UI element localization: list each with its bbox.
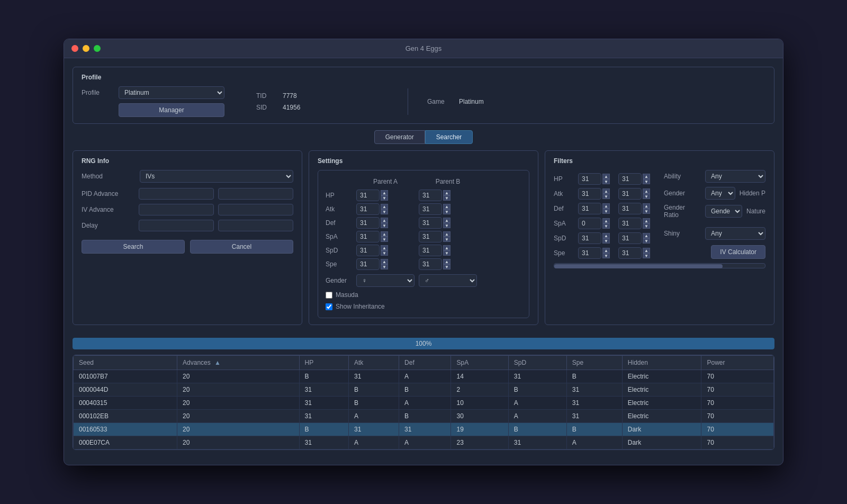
atk-a-input[interactable] <box>356 203 380 215</box>
cell-spa: 23 <box>451 436 508 449</box>
cell-power: 70 <box>701 410 774 423</box>
cell-spd: A <box>508 410 566 423</box>
gender-b-select[interactable]: ♂ <box>419 274 477 287</box>
manager-button[interactable]: Manager <box>119 103 224 117</box>
table-row[interactable]: 00040315 20 31 B A 10 A 31 Electric 70 <box>74 397 774 410</box>
table-row[interactable]: 000102EB 20 31 A B 30 A 31 Electric 70 <box>74 410 774 423</box>
filter-spd-min[interactable] <box>578 232 601 244</box>
show-inheritance-checkbox[interactable] <box>326 303 332 310</box>
game-value: Platinum <box>459 98 538 105</box>
filters-section: Filters HP ▲▼ ▲▼ Atk ▲▼ ▲▼ Def <box>545 150 774 325</box>
col-spe[interactable]: Spe <box>566 356 622 370</box>
cell-spe: 31 <box>566 383 622 397</box>
filter-spe-max[interactable] <box>618 247 642 259</box>
ability-select[interactable]: Any <box>705 170 765 183</box>
filter-def-max[interactable] <box>618 203 642 214</box>
profile-select[interactable]: Platinum <box>119 86 224 99</box>
masuda-checkbox[interactable] <box>326 292 332 299</box>
filter-spa-min[interactable] <box>578 218 601 229</box>
spa-b-input[interactable] <box>419 231 442 242</box>
spe-b-input[interactable] <box>419 258 442 270</box>
cell-hidden: Dark <box>622 423 701 436</box>
cell-atk: B <box>348 397 399 410</box>
col-hp[interactable]: HP <box>299 356 348 370</box>
close-button[interactable] <box>71 45 78 52</box>
filters-scrollbar[interactable] <box>554 263 765 268</box>
settings-title: Settings <box>318 157 529 165</box>
cell-advances: 20 <box>177 397 299 410</box>
main-content: Profile Profile Platinum Manager TID 777… <box>64 58 783 465</box>
profile-section-title: Profile <box>82 74 765 81</box>
gender-ratio-select[interactable]: Genderless <box>705 205 742 218</box>
table-row[interactable]: 0000044D 20 31 B B 2 B 31 Electric 70 <box>74 383 774 397</box>
filter-atk-max[interactable] <box>618 188 642 200</box>
col-spd[interactable]: SpD <box>508 356 566 370</box>
show-inheritance-row: Show Inheritance <box>326 303 521 310</box>
filter-hp-max[interactable] <box>618 173 642 185</box>
pid-min-input[interactable]: 10 <box>139 188 214 200</box>
filter-spe-min[interactable] <box>578 247 601 259</box>
cell-spa: 2 <box>451 383 508 397</box>
filter-gender-select[interactable]: Any <box>705 187 735 200</box>
generator-tab[interactable]: Generator <box>374 130 425 144</box>
cell-hidden: Electric <box>622 370 701 383</box>
cell-spe: B <box>566 423 622 436</box>
gender-a-select[interactable]: ♀ <box>356 274 415 287</box>
filter-spd-max[interactable] <box>618 232 642 244</box>
gender-settings-label: Gender <box>326 277 352 284</box>
filter-atk-label: Atk <box>554 190 575 197</box>
iv-calculator-button[interactable]: IV Calculator <box>711 245 765 259</box>
iv-min-input[interactable]: 20 <box>139 204 214 215</box>
spa-a-input[interactable] <box>356 231 380 242</box>
shiny-select[interactable]: Any <box>705 227 765 240</box>
searcher-tab[interactable]: Searcher <box>425 130 473 144</box>
hp-a-spinner[interactable]: ▲▼ <box>381 190 388 201</box>
hp-b-spinner[interactable]: ▲▼ <box>443 190 450 201</box>
cell-power: 70 <box>701 383 774 397</box>
filter-def-min[interactable] <box>578 203 601 214</box>
pid-max-input[interactable]: 30 <box>218 188 293 200</box>
cell-seed: 00040315 <box>74 397 177 410</box>
def-b-input[interactable] <box>419 217 442 229</box>
cell-atk: B <box>348 383 399 397</box>
delay-min-input[interactable]: 600 <box>139 220 214 231</box>
spd-b-input[interactable] <box>419 245 442 256</box>
filter-atk-min[interactable] <box>578 188 601 200</box>
cell-advances: 20 <box>177 423 299 436</box>
col-def[interactable]: Def <box>399 356 451 370</box>
search-button[interactable]: Search <box>82 240 185 254</box>
def-a-input[interactable] <box>356 217 380 229</box>
filter-hp-min[interactable] <box>578 173 601 185</box>
settings-section: Settings Parent A Parent B HP ▲▼ <box>309 150 538 325</box>
col-hidden[interactable]: Hidden <box>622 356 701 370</box>
col-seed[interactable]: Seed <box>74 356 177 370</box>
method-select[interactable]: IVs <box>140 170 293 183</box>
shiny-label: Shiny <box>664 230 701 237</box>
table-scroll[interactable]: Seed Advances ▲ HP Atk Def SpA SpD Spe H… <box>73 355 774 449</box>
hp-a-input[interactable] <box>356 190 380 201</box>
delay-max-input[interactable]: 2000 <box>218 220 293 231</box>
filter-spa-max[interactable] <box>618 218 642 229</box>
col-advances[interactable]: Advances ▲ <box>177 356 299 370</box>
cell-spe: A <box>566 436 622 449</box>
table-row[interactable]: 000E07CA 20 31 A A 23 31 A Dark 70 <box>74 436 774 449</box>
hp-b-input[interactable] <box>419 190 442 201</box>
col-atk[interactable]: Atk <box>348 356 399 370</box>
iv-max-input[interactable]: 1000 <box>218 204 293 215</box>
maximize-button[interactable] <box>94 45 101 52</box>
method-label: Method <box>82 173 134 180</box>
table-row[interactable]: 001007B7 20 B 31 A 14 31 B Electric 70 <box>74 370 774 383</box>
spd-a-input[interactable] <box>356 245 380 256</box>
col-spa[interactable]: SpA <box>451 356 508 370</box>
cell-hp: 31 <box>299 397 348 410</box>
tab-group: Generator Searcher <box>73 130 774 144</box>
minimize-button[interactable] <box>83 45 89 52</box>
atk-b-input[interactable] <box>419 203 442 215</box>
table-row-selected[interactable]: 00160533 20 B 31 31 19 B B Dark 70 <box>74 423 774 436</box>
col-power[interactable]: Power <box>701 356 774 370</box>
profile-label: Profile <box>82 89 113 96</box>
cancel-button[interactable]: Cancel <box>190 240 293 254</box>
cell-power: 70 <box>701 370 774 383</box>
spe-a-input[interactable] <box>356 258 380 270</box>
cell-atk: 31 <box>348 370 399 383</box>
